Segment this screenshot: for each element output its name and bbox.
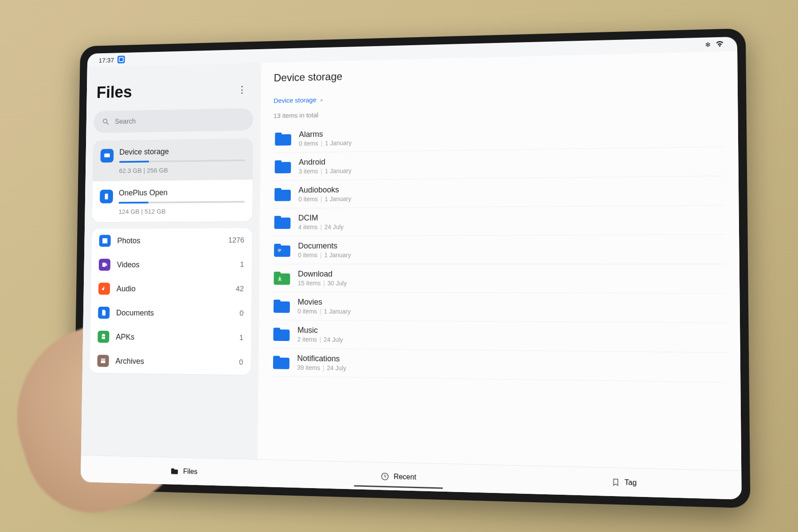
category-name: Archives	[115, 356, 232, 367]
category-name: Audio	[117, 284, 229, 293]
category-count: 42	[236, 285, 244, 293]
folder-meta: 0 items|1 January	[297, 308, 724, 317]
nav-indicator	[354, 485, 443, 489]
folder-meta: 15 items|30 July	[298, 280, 724, 288]
category-count: 1	[239, 333, 243, 342]
clock-icon	[380, 472, 389, 481]
status-app-icon	[117, 56, 125, 64]
storage-name: Device storage	[119, 146, 245, 157]
folder-name: Documents	[298, 240, 723, 251]
image-icon	[99, 235, 111, 247]
folder-meta: 0 items|1 January	[298, 251, 723, 258]
category-documents[interactable]: Documents0	[90, 301, 251, 326]
folder-icon	[273, 356, 289, 369]
archive-icon	[97, 355, 109, 367]
nav-recent[interactable]: Recent	[289, 460, 509, 493]
category-name: Videos	[117, 260, 234, 270]
folder-icon	[275, 132, 291, 145]
wifi-icon	[716, 40, 724, 48]
folder-name: Download	[298, 270, 724, 279]
category-apks[interactable]: APKs1	[90, 325, 251, 350]
category-count: 1	[240, 260, 244, 269]
storage-bar	[119, 160, 245, 163]
main-pane: Device storage Device storage ▸ 13 items…	[258, 51, 741, 470]
nav-files-label: Files	[183, 467, 197, 476]
folder-row[interactable]: Download15 items|30 July	[272, 264, 725, 294]
search-placeholder: Search	[115, 117, 136, 125]
folder-list: Alarms0 items|1 JanuaryAndroid3 items|1 …	[270, 118, 727, 470]
nav-recent-label: Recent	[394, 473, 416, 481]
folder-icon	[274, 299, 290, 313]
nav-tag-label: Tag	[625, 478, 637, 486]
folder-icon	[273, 328, 289, 341]
folder-icon	[275, 160, 291, 173]
storage-icon	[100, 190, 113, 203]
storage-name: OnePlus Open	[119, 188, 245, 198]
status-time: 17:37	[99, 56, 114, 64]
folder-icon	[274, 243, 290, 257]
nav-tag[interactable]: Tag	[510, 466, 742, 500]
storage-sub: 62.3 GB | 256 GB	[119, 165, 245, 174]
breadcrumb-link[interactable]: Device storage	[274, 96, 317, 104]
folder-row[interactable]: Music2 items|24 July	[271, 320, 726, 352]
tablet-frame: 17:37 ✻ Files ⋮ Search	[73, 28, 751, 508]
folder-icon	[274, 271, 290, 285]
category-name: Documents	[116, 308, 233, 318]
category-name: Photos	[117, 236, 221, 245]
audio-icon	[98, 283, 110, 295]
more-menu-button[interactable]: ⋮	[233, 81, 251, 98]
storage-sub: 124 GB | 512 GB	[118, 207, 245, 215]
category-videos[interactable]: Videos1	[91, 253, 252, 277]
chevron-right-icon: ▸	[321, 97, 323, 103]
doc-icon	[98, 307, 110, 319]
bookmark-icon	[611, 477, 620, 487]
svg-rect-0	[104, 153, 110, 157]
item-count-label: 13 items in total	[274, 104, 724, 119]
main-title: Device storage	[274, 62, 724, 84]
apk-icon	[98, 331, 109, 343]
search-icon	[102, 117, 110, 126]
video-icon	[99, 259, 110, 271]
search-input[interactable]: Search	[94, 108, 253, 133]
category-count: 1276	[228, 236, 244, 245]
category-audio[interactable]: Audio42	[91, 277, 252, 301]
folder-row[interactable]: DCIM4 items|24 July	[273, 205, 725, 236]
folder-icon	[170, 467, 179, 474]
category-count: 0	[239, 309, 243, 318]
nav-files[interactable]: Files	[81, 455, 290, 487]
svg-rect-1	[105, 194, 108, 200]
folder-icon	[274, 188, 291, 201]
storage-bar	[119, 201, 245, 203]
category-list: Photos1276Videos1Audio42Documents0APKs1A…	[90, 228, 252, 375]
storage-icon	[100, 149, 113, 163]
folder-row[interactable]: Movies0 items|1 January	[272, 292, 726, 323]
folder-row[interactable]: Android3 items|1 January	[273, 147, 724, 180]
folder-row[interactable]: Documents0 items|1 January	[272, 235, 725, 265]
category-count: 0	[239, 358, 243, 367]
screen: 17:37 ✻ Files ⋮ Search	[81, 37, 742, 500]
folder-name: Movies	[297, 297, 724, 309]
sidebar: Files ⋮ Search Device storage62.3 GB | 2…	[81, 63, 261, 459]
folder-icon	[274, 215, 291, 229]
folder-name: DCIM	[298, 211, 723, 223]
folder-row[interactable]: Notifications39 items|24 July	[271, 348, 726, 383]
folder-row[interactable]: Audiobooks0 items|1 January	[273, 176, 724, 208]
app-title: Files	[97, 83, 132, 102]
bluetooth-icon: ✻	[705, 41, 711, 48]
category-archives[interactable]: Archives0	[90, 348, 251, 375]
folder-meta: 4 items|24 July	[298, 222, 723, 231]
storage-list: Device storage62.3 GB | 256 GBOnePlus Op…	[92, 138, 253, 222]
storage-card-1[interactable]: OnePlus Open124 GB | 512 GB	[92, 180, 253, 222]
category-photos[interactable]: Photos1276	[92, 228, 252, 253]
breadcrumb: Device storage ▸	[274, 88, 724, 104]
storage-card-0[interactable]: Device storage62.3 GB | 256 GB	[93, 138, 253, 181]
category-name: APKs	[116, 332, 232, 343]
